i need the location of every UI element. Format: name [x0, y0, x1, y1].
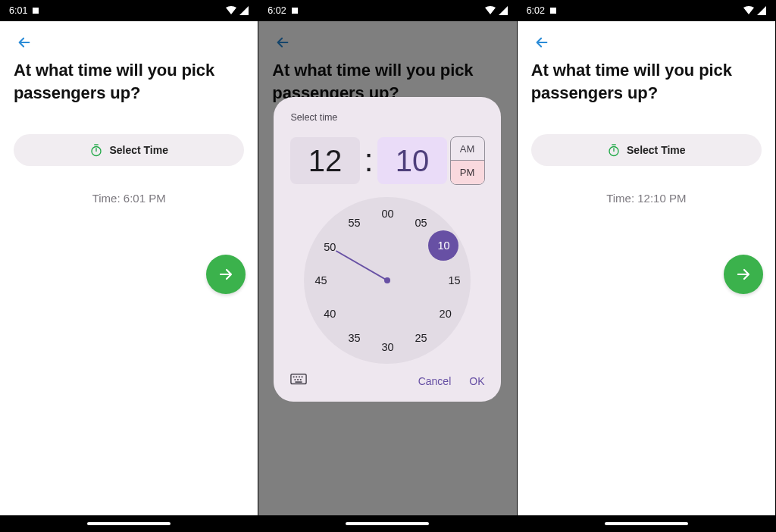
svg-rect-7 — [296, 376, 298, 377]
select-time-button[interactable]: Select Time — [531, 134, 762, 166]
clock-number[interactable]: 05 — [409, 211, 432, 234]
gesture-nav-bar — [518, 515, 775, 532]
clock-center-dot — [384, 277, 390, 283]
status-time: 6:02 — [527, 5, 545, 16]
timer-icon — [607, 143, 621, 157]
arrow-right-icon — [734, 265, 753, 283]
status-time: 6:02 — [268, 5, 286, 16]
cancel-button[interactable]: Cancel — [418, 375, 452, 387]
keyboard-input-button[interactable] — [290, 373, 307, 390]
signal-icon — [499, 6, 508, 15]
status-time: 6:01 — [9, 5, 27, 16]
gesture-nav-bar — [0, 515, 258, 532]
home-indicator[interactable] — [605, 522, 688, 525]
clock-number[interactable]: 55 — [343, 211, 365, 234]
clock-number[interactable]: 35 — [343, 327, 365, 349]
keyboard-icon — [290, 373, 307, 386]
time-picker-dialog: Select time 12 : 10 AM PM 10 00051520253… — [274, 97, 501, 402]
select-time-button[interactable]: Select Time — [14, 134, 244, 166]
status-bar: 6:01 — [0, 0, 258, 21]
arrow-left-icon — [534, 34, 550, 51]
clock-number[interactable]: 45 — [309, 269, 332, 292]
svg-rect-4 — [292, 8, 298, 14]
select-time-label: Select Time — [627, 144, 686, 156]
hour-display[interactable]: 12 — [290, 137, 359, 184]
status-bar: 6:02 — [258, 0, 516, 21]
selected-time-label: Time: 6:01 PM — [14, 192, 244, 205]
notification-icon — [291, 7, 299, 14]
notification-icon — [32, 7, 39, 14]
next-fab[interactable] — [206, 255, 246, 294]
clock-number[interactable]: 00 — [376, 202, 399, 225]
arrow-left-icon — [16, 34, 33, 51]
clock-face[interactable]: 10 0005152025303540455055 — [304, 197, 471, 364]
minute-display[interactable]: 10 — [377, 137, 446, 184]
next-fab[interactable] — [724, 255, 763, 294]
svg-rect-13 — [296, 381, 302, 383]
signal-icon — [757, 6, 766, 15]
ok-button[interactable]: OK — [469, 375, 484, 387]
page-title: At what time will you pick passengers up… — [531, 59, 762, 104]
time-colon: : — [363, 142, 375, 179]
home-indicator[interactable] — [87, 522, 171, 525]
home-indicator[interactable] — [346, 522, 429, 525]
signal-icon — [239, 6, 249, 15]
status-bar: 6:02 — [518, 0, 775, 21]
am-button[interactable]: AM — [451, 137, 484, 161]
wifi-icon — [226, 6, 236, 15]
clock-number[interactable]: 40 — [318, 302, 341, 325]
clock-number[interactable]: 25 — [409, 327, 432, 349]
svg-rect-12 — [300, 379, 302, 380]
page-title: At what time will you pick passengers up… — [14, 59, 244, 104]
svg-rect-0 — [33, 8, 39, 14]
ampm-toggle: AM PM — [450, 136, 485, 185]
clock-number[interactable]: 50 — [318, 236, 341, 258]
clock-selector-knob[interactable]: 10 — [428, 230, 458, 261]
clock-hand — [336, 250, 388, 281]
back-button[interactable] — [14, 32, 35, 53]
svg-rect-14 — [550, 8, 556, 14]
dialog-title: Select time — [290, 112, 484, 123]
svg-rect-11 — [298, 379, 299, 380]
arrow-right-icon — [217, 265, 235, 283]
wifi-icon — [743, 6, 754, 15]
wifi-icon — [485, 6, 496, 15]
selected-time-label: Time: 12:10 PM — [531, 192, 762, 205]
svg-rect-8 — [299, 376, 300, 377]
select-time-label: Select Time — [109, 144, 168, 156]
back-button[interactable] — [531, 32, 552, 53]
svg-rect-6 — [293, 376, 295, 377]
svg-rect-10 — [295, 379, 296, 380]
pm-button[interactable]: PM — [451, 161, 484, 184]
timer-icon — [89, 143, 103, 157]
notification-icon — [549, 7, 557, 14]
clock-number[interactable]: 30 — [376, 336, 399, 358]
clock-number[interactable]: 20 — [434, 302, 457, 325]
clock-number[interactable]: 15 — [443, 269, 465, 292]
gesture-nav-bar — [258, 515, 516, 532]
svg-rect-9 — [302, 376, 303, 377]
